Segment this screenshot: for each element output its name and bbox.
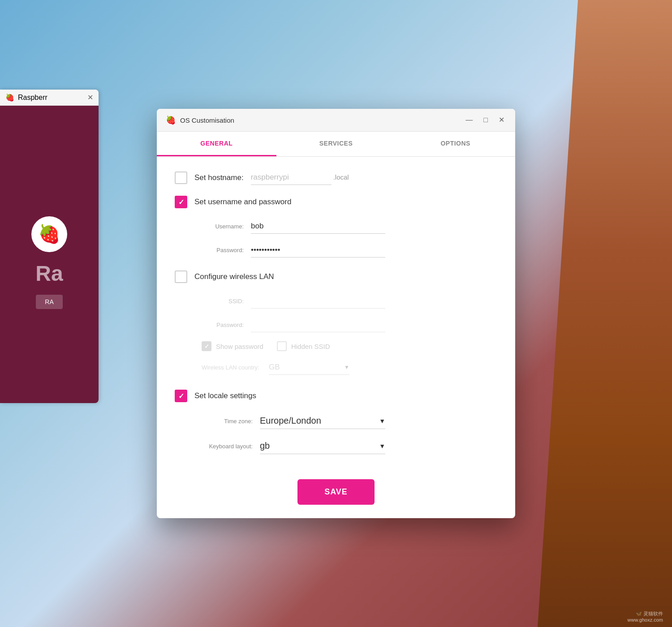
hidden-ssid-item[interactable]: Hidden SSID — [277, 341, 330, 351]
timezone-select[interactable]: Europe/London ▼ — [260, 413, 385, 429]
user-password-row: ✓ Set username and password — [175, 196, 497, 208]
locale-label[interactable]: Set locale settings — [194, 391, 256, 400]
wireless-lan-label[interactable]: Configure wireless LAN — [194, 272, 274, 281]
keyboard-select[interactable]: gb ▼ — [260, 438, 385, 454]
hidden-ssid-label: Hidden SSID — [291, 343, 330, 350]
keyboard-value: gb — [260, 441, 379, 451]
bg-rpi-icon: 🍓 — [5, 93, 14, 102]
ssid-field-row: SSID: — [175, 294, 497, 309]
ssid-label: SSID: — [202, 298, 251, 305]
dialog-window: 🍓 OS Customisation — □ ✕ GENERAL SERVICE… — [157, 109, 515, 518]
wireless-lan-section: SSID: Password: ✓ Show password Hi — [175, 294, 497, 375]
bg-ra-button: RA — [36, 295, 62, 309]
wifi-password-field-row: Password: — [175, 318, 497, 332]
timezone-field-row: Time zone: Europe/London ▼ — [175, 413, 497, 429]
tab-general[interactable]: GENERAL — [157, 132, 276, 156]
locale-row: ✓ Set locale settings — [175, 390, 497, 402]
show-password-label: Show password — [216, 343, 263, 350]
background-raspberry-window: 🍓 Raspberr ✕ 🍓 Ra RA — [0, 90, 99, 403]
hostname-input[interactable] — [251, 170, 332, 185]
country-value: GB — [269, 363, 340, 372]
user-password-checkbox[interactable]: ✓ — [175, 196, 187, 208]
wifi-password-input[interactable] — [251, 318, 385, 332]
bg-window-title: Raspberr — [18, 94, 47, 102]
tab-services[interactable]: SERVICES — [276, 132, 396, 156]
content-area: Set hostname: .local ✓ Set username and … — [157, 157, 515, 470]
timezone-value: Europe/London — [260, 416, 379, 426]
locale-checkbox[interactable]: ✓ — [175, 390, 187, 402]
maximize-button[interactable]: □ — [482, 116, 490, 125]
title-bar: 🍓 OS Customisation — □ ✕ — [157, 109, 515, 132]
password-label: Password: — [202, 247, 251, 253]
username-input[interactable] — [251, 219, 385, 234]
window-controls: — □ ✕ — [464, 116, 506, 125]
keyboard-label: Keyboard layout: — [202, 443, 260, 450]
password-input[interactable] — [251, 243, 385, 258]
background-rock — [538, 0, 672, 627]
username-label: Username: — [202, 223, 251, 230]
hostname-checkbox[interactable] — [175, 172, 187, 184]
timezone-label: Time zone: — [202, 418, 260, 425]
watermark: 🦋 灵猫软件 www.ghoxz.com — [628, 610, 663, 623]
country-label: Wireless LAN country: — [202, 364, 269, 371]
locale-checkmark: ✓ — [178, 392, 184, 400]
minimize-button[interactable]: — — [464, 116, 474, 125]
tab-bar: GENERAL SERVICES OPTIONS — [157, 132, 515, 157]
keyboard-arrow: ▼ — [379, 442, 385, 450]
rpi-icon: 🍓 — [166, 115, 176, 125]
watermark-line2: www.ghoxz.com — [628, 617, 663, 623]
country-select[interactable]: GB ▼ — [269, 360, 349, 375]
wireless-lan-checkbox[interactable] — [175, 271, 187, 283]
hidden-ssid-checkbox[interactable] — [277, 341, 287, 351]
country-dropdown-arrow: ▼ — [344, 364, 349, 370]
show-password-item[interactable]: ✓ Show password — [202, 341, 263, 351]
hostname-row: Set hostname: .local — [175, 170, 497, 185]
save-button[interactable]: SAVE — [297, 479, 375, 505]
window-title: OS Customisation — [180, 116, 459, 124]
show-password-checkbox[interactable]: ✓ — [202, 341, 211, 351]
hostname-input-group: .local — [251, 170, 349, 185]
watermark-line1: 🦋 灵猫软件 — [628, 610, 663, 617]
keyboard-field-row: Keyboard layout: gb ▼ — [175, 438, 497, 454]
show-password-checkmark: ✓ — [204, 343, 209, 350]
ssid-input[interactable] — [251, 294, 385, 309]
tab-options[interactable]: OPTIONS — [396, 132, 515, 156]
bg-close-icon: ✕ — [87, 93, 93, 102]
bg-ra-text: Ra — [35, 261, 63, 286]
wifi-options-row: ✓ Show password Hidden SSID — [175, 341, 497, 351]
username-field-row: Username: — [175, 219, 497, 234]
user-password-checkmark: ✓ — [178, 198, 184, 206]
user-password-label[interactable]: Set username and password — [194, 198, 291, 206]
country-row: Wireless LAN country: GB ▼ — [175, 360, 497, 375]
hostname-label[interactable]: Set hostname: — [194, 173, 244, 182]
wifi-password-label: Password: — [202, 322, 251, 328]
hostname-suffix: .local — [332, 173, 349, 181]
footer: SAVE — [157, 470, 515, 518]
wireless-lan-row: Configure wireless LAN — [175, 271, 497, 283]
password-field-row: Password: — [175, 243, 497, 258]
timezone-arrow: ▼ — [379, 417, 385, 425]
close-button[interactable]: ✕ — [497, 116, 506, 125]
